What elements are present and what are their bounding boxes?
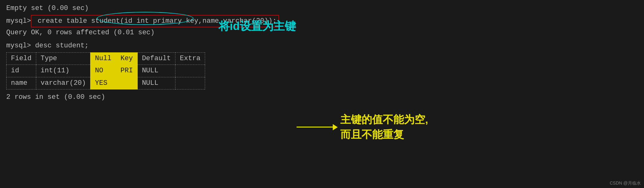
cell-name-key <box>116 77 138 89</box>
arrow-icon <box>297 127 334 128</box>
cell-id-type: int(11) <box>36 65 91 77</box>
cell-id-field: id <box>7 65 36 77</box>
desc-line: mysql> desc student; <box>6 41 638 51</box>
header-null: Null <box>91 53 116 65</box>
query-ok-line: Query OK, 0 rows affected (0.01 sec) <box>6 27 638 38</box>
cell-id-default: NULL <box>137 65 175 77</box>
header-default: Default <box>137 53 175 65</box>
desc-table: Field Type Null Key Default Extra id int… <box>6 52 205 89</box>
desc-command: desc student; <box>31 41 89 51</box>
terminal-window: Empty set (0.00 sec) mysql> create table… <box>0 0 644 106</box>
cell-id-extra <box>175 65 205 77</box>
primary-key-annotation: 将id设置为主键 <box>219 19 296 34</box>
prompt-1: mysql> <box>6 16 31 27</box>
cell-name-type: varchar(20) <box>36 77 91 89</box>
prompt-2: mysql> <box>6 41 31 51</box>
cell-name-default: NULL <box>137 77 175 89</box>
rows-footer-line: 2 rows in set (0.00 sec) <box>6 92 638 103</box>
header-type: Type <box>36 53 91 65</box>
header-field: Field <box>7 53 36 65</box>
table-row: name varchar(20) YES NULL <box>7 77 205 89</box>
cell-id-null: NO <box>91 65 116 77</box>
null-line2: 而且不能重复 <box>340 128 404 140</box>
null-line1: 主键的值不能为空, <box>340 113 428 125</box>
cell-name-null: YES <box>91 77 116 89</box>
null-constraint-wrapper: 主键的值不能为空, 而且不能重复 <box>297 112 428 142</box>
desc-table-section: Field Type Null Key Default Extra id int… <box>6 52 638 89</box>
watermark: CSDN @月临水 <box>610 181 641 186</box>
header-key: Key <box>116 53 138 65</box>
create-table-line: mysql> create table student(id int prima… <box>6 15 638 27</box>
table-row: id int(11) NO PRI NULL <box>7 65 205 77</box>
header-extra: Extra <box>175 53 205 65</box>
rows-footer-text: 2 rows in set (0.00 sec) <box>6 92 105 103</box>
cell-id-key: PRI <box>116 65 138 77</box>
table-header-row: Field Type Null Key Default Extra <box>7 53 205 65</box>
cell-name-extra <box>175 77 205 89</box>
null-constraint-text: 主键的值不能为空, 而且不能重复 <box>340 112 428 142</box>
empty-set-line: Empty set (0.00 sec) <box>6 3 638 15</box>
query-ok-text: Query OK, 0 rows affected (0.01 sec) <box>6 27 155 38</box>
cell-name-field: name <box>7 77 36 89</box>
